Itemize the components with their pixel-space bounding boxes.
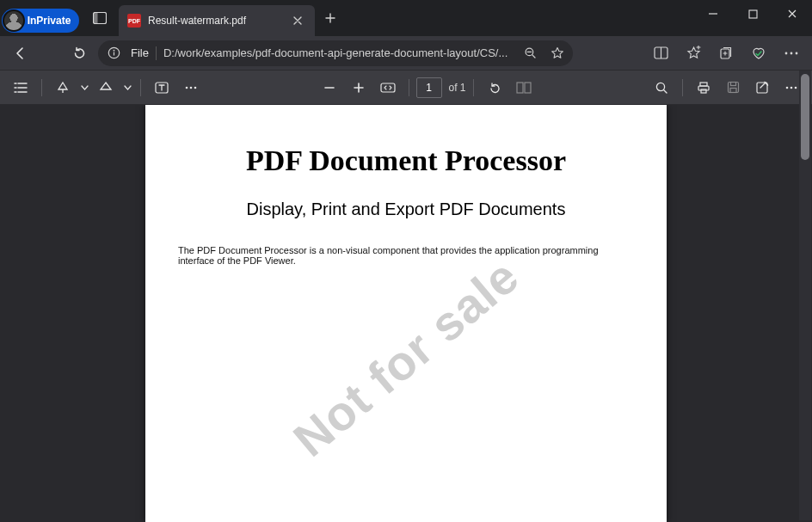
separator [409,79,409,96]
chevron-down-icon[interactable] [121,85,133,90]
close-window-button[interactable] [772,0,812,28]
svg-rect-5 [113,52,114,56]
save-button[interactable] [719,74,747,101]
svg-point-27 [786,86,789,89]
nav-gap [40,40,60,67]
doc-body-text: The PDF Document Processor is a non-visu… [175,245,637,266]
svg-rect-26 [757,83,767,93]
address-bar[interactable]: File D:/work/examples/pdf-document-api-g… [98,40,573,66]
add-text-button[interactable] [148,74,175,101]
svg-rect-16 [381,83,395,92]
page-number-input[interactable] [416,77,442,98]
save-as-button[interactable] [748,74,776,101]
svg-point-13 [186,86,188,89]
browser-tab[interactable]: PDF Result-watermark.pdf [119,5,315,36]
tab-actions-button[interactable] [81,0,119,36]
svg-rect-2 [749,10,757,18]
pdf-file-icon: PDF [127,14,141,28]
svg-point-11 [796,52,798,54]
tab-title: Result-watermark.pdf [148,15,282,27]
pdf-toolbar: of 1 [0,71,812,105]
document-viewport[interactable]: PDF Document Processor Display, Print an… [0,105,812,522]
refresh-button[interactable] [64,40,95,67]
svg-rect-24 [730,83,735,86]
svg-point-14 [190,86,193,89]
window-controls [693,0,812,36]
profile-area: InPrivate [0,0,81,36]
highlight-button[interactable] [92,74,120,101]
settings-more-button[interactable] [776,40,807,67]
performance-button[interactable] [743,40,774,67]
rotate-button[interactable] [481,74,508,101]
maximize-button[interactable] [733,0,772,28]
page-total-label: of 1 [449,82,466,94]
zoom-in-button[interactable] [345,74,372,101]
pdf-page: PDF Document Processor Display, Print an… [145,105,667,522]
contents-button[interactable] [7,74,34,101]
collections-button[interactable] [710,40,741,67]
minimize-button[interactable] [693,0,733,28]
separator [473,79,474,96]
separator [156,46,157,60]
toolbar-more-button[interactable] [177,74,205,101]
svg-point-9 [785,52,788,54]
chevron-down-icon[interactable] [78,85,90,90]
fit-page-button[interactable] [374,74,402,101]
svg-rect-1 [94,13,98,24]
svg-point-29 [795,86,797,89]
separator [41,79,42,96]
addr-actions [645,40,807,67]
watermark-text: Not for sale [283,249,530,469]
inprivate-label: InPrivate [28,15,71,27]
close-tab-button[interactable] [289,12,306,29]
new-tab-button[interactable] [315,0,346,36]
svg-point-4 [113,50,114,52]
zoom-out-indicator-icon[interactable] [520,46,540,59]
url-scheme: File [131,46,149,59]
favorites-button[interactable] [678,40,709,67]
svg-rect-17 [517,83,523,93]
zoom-out-button[interactable] [316,74,343,101]
svg-rect-22 [701,89,706,93]
site-info-icon[interactable] [103,46,124,59]
back-button[interactable] [5,40,36,67]
page-view-button[interactable] [510,74,538,101]
find-button[interactable] [648,74,675,101]
draw-button[interactable] [49,74,77,101]
inprivate-badge[interactable]: InPrivate [2,9,80,33]
vertical-scrollbar[interactable] [799,71,811,520]
svg-point-15 [194,86,197,89]
separator [682,79,683,96]
url-path: D:/work/examples/pdf-document-api-genera… [163,46,513,59]
print-button[interactable] [690,74,717,101]
doc-heading: PDF Document Processor [175,144,637,177]
title-bar: InPrivate PDF Result-watermark.pdf [0,0,812,36]
svg-rect-23 [728,83,738,93]
svg-point-28 [790,86,793,89]
svg-rect-18 [525,83,531,93]
scroll-thumb[interactable] [801,74,809,160]
favorite-star-icon[interactable] [547,46,568,60]
address-bar-row: File D:/work/examples/pdf-document-api-g… [0,36,812,71]
doc-subheading: Display, Print and Export PDF Documents [175,200,637,219]
split-screen-button[interactable] [645,40,676,67]
avatar-icon [4,11,23,30]
separator [140,79,141,96]
svg-point-10 [790,52,793,54]
svg-rect-25 [730,89,736,93]
